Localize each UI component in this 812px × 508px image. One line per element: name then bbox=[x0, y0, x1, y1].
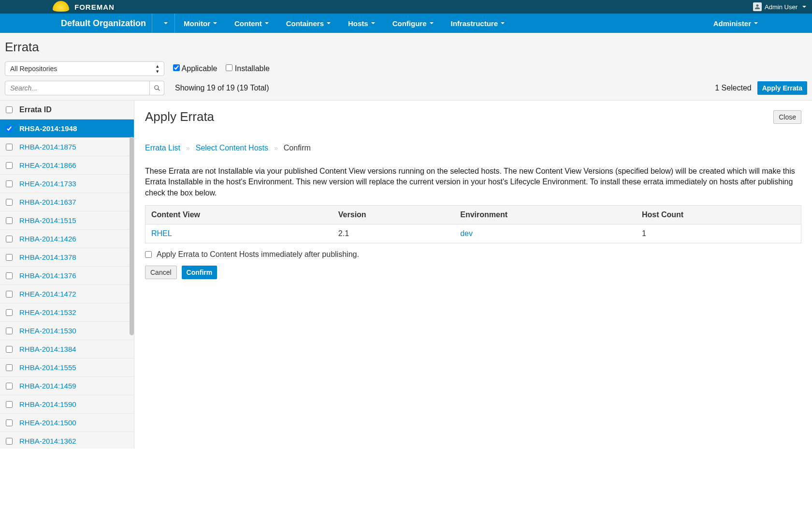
applicable-check[interactable]: Applicable bbox=[173, 64, 217, 73]
nav-infrastructure[interactable]: Infrastructure bbox=[442, 14, 514, 33]
brand-text: FOREMAN bbox=[74, 3, 115, 11]
errata-row-checkbox[interactable] bbox=[6, 125, 13, 132]
installable-check[interactable]: Installable bbox=[226, 64, 270, 73]
env-link[interactable]: dev bbox=[460, 229, 473, 238]
installable-checkbox[interactable] bbox=[226, 64, 232, 71]
errata-row-checkbox[interactable] bbox=[6, 309, 13, 316]
errata-row-checkbox[interactable] bbox=[6, 162, 13, 169]
errata-row[interactable]: RHBA-2014:1376 bbox=[0, 267, 134, 285]
errata-row[interactable]: RHEA-2014:1500 bbox=[0, 414, 134, 432]
errata-row[interactable]: RHEA-2014:1532 bbox=[0, 303, 134, 322]
nav-monitor[interactable]: Monitor bbox=[175, 14, 226, 33]
errata-row-checkbox[interactable] bbox=[6, 217, 13, 224]
select-all-checkbox[interactable] bbox=[6, 106, 13, 113]
svg-point-0 bbox=[154, 86, 158, 90]
apply-immediately-checkbox[interactable] bbox=[145, 251, 152, 258]
nav-hosts[interactable]: Hosts bbox=[339, 14, 384, 33]
errata-row-checkbox[interactable] bbox=[6, 328, 13, 334]
errata-row-checkbox[interactable] bbox=[6, 236, 13, 242]
errata-id-link[interactable]: RHBA-2014:1875 bbox=[19, 143, 76, 151]
breadcrumb-errata-list[interactable]: Errata List bbox=[145, 144, 180, 152]
main-navbar: Default Organization Monitor Content Con… bbox=[0, 14, 812, 33]
errata-id-link[interactable]: RHBA-2014:1384 bbox=[19, 345, 76, 353]
errata-row[interactable]: RHBA-2014:1515 bbox=[0, 211, 134, 230]
errata-row-checkbox[interactable] bbox=[6, 383, 13, 389]
errata-row[interactable]: RHEA-2014:1866 bbox=[0, 156, 134, 175]
errata-id-link[interactable]: RHBA-2014:1459 bbox=[19, 382, 76, 390]
nav-content[interactable]: Content bbox=[226, 14, 277, 33]
errata-row[interactable]: RHBA-2014:1459 bbox=[0, 377, 134, 395]
errata-id-link[interactable]: RHEA-2014:1733 bbox=[19, 179, 76, 188]
cv-link[interactable]: RHEL bbox=[151, 229, 172, 238]
errata-row-checkbox[interactable] bbox=[6, 254, 13, 261]
th-host-count: Host Count bbox=[636, 206, 801, 224]
errata-row[interactable]: RHBA-2014:1426 bbox=[0, 230, 134, 248]
errata-id-link[interactable]: RHBA-2014:1362 bbox=[19, 437, 76, 445]
repository-select-value: All Repositories bbox=[10, 65, 57, 73]
svg-line-1 bbox=[158, 89, 160, 91]
errata-row-checkbox[interactable] bbox=[6, 364, 13, 371]
description-text: These Errata are not Installable via you… bbox=[145, 166, 801, 198]
errata-id-link[interactable]: RHBA-2014:1590 bbox=[19, 400, 76, 408]
nav-administer[interactable]: Administer bbox=[705, 14, 767, 33]
errata-row[interactable]: RHBA-2014:1555 bbox=[0, 359, 134, 377]
errata-row[interactable]: RHBA-2014:1590 bbox=[0, 395, 134, 414]
chevron-right-icon: » bbox=[186, 144, 190, 152]
user-menu[interactable]: Admin User bbox=[753, 2, 806, 11]
errata-list-header: Errata ID bbox=[0, 101, 134, 120]
errata-row-checkbox[interactable] bbox=[6, 272, 13, 279]
breadcrumb-select-hosts[interactable]: Select Content Hosts bbox=[196, 144, 268, 152]
search-button[interactable] bbox=[150, 81, 164, 95]
errata-row[interactable]: RHBA-2014:1378 bbox=[0, 248, 134, 267]
errata-row-checkbox[interactable] bbox=[6, 419, 13, 426]
search-input[interactable] bbox=[5, 81, 150, 95]
errata-id-link[interactable]: RHSA-2014:1948 bbox=[19, 124, 77, 133]
org-context-dropdown[interactable] bbox=[154, 14, 175, 33]
errata-row[interactable]: RHBA-2014:1362 bbox=[0, 432, 134, 448]
apply-errata-button[interactable]: Apply Errata bbox=[757, 81, 807, 95]
errata-row[interactable]: RHSA-2014:1948 bbox=[0, 120, 134, 138]
errata-id-link[interactable]: RHEA-2014:1866 bbox=[19, 161, 76, 169]
apply-immediately-check[interactable]: Apply Errata to Content Hosts immediatel… bbox=[145, 250, 801, 259]
errata-row[interactable]: RHEA-2014:1733 bbox=[0, 175, 134, 193]
errata-id-link[interactable]: RHBA-2014:1637 bbox=[19, 198, 76, 206]
nav-containers[interactable]: Containers bbox=[277, 14, 339, 33]
errata-row-checkbox[interactable] bbox=[6, 401, 13, 408]
errata-row[interactable]: RHBA-2014:1384 bbox=[0, 340, 134, 359]
errata-row[interactable]: RHBA-2014:1637 bbox=[0, 193, 134, 211]
errata-id-link[interactable]: RHEA-2014:1472 bbox=[19, 290, 76, 298]
errata-id-link[interactable]: RHBA-2014:1378 bbox=[19, 253, 76, 261]
errata-id-link[interactable]: RHBA-2014:1376 bbox=[19, 271, 76, 280]
errata-row-checkbox[interactable] bbox=[6, 144, 13, 150]
caret-down-icon bbox=[265, 22, 269, 24]
errata-id-link[interactable]: RHEA-2014:1500 bbox=[19, 418, 76, 427]
errata-row-checkbox[interactable] bbox=[6, 180, 13, 187]
errata-row[interactable]: RHEA-2014:1472 bbox=[0, 285, 134, 303]
applicable-checkbox[interactable] bbox=[173, 64, 180, 71]
errata-row[interactable]: RHEA-2014:1530 bbox=[0, 322, 134, 340]
caret-down-icon bbox=[213, 22, 217, 24]
errata-id-link[interactable]: RHBA-2014:1426 bbox=[19, 235, 76, 243]
errata-id-link[interactable]: RHBA-2014:1555 bbox=[19, 363, 76, 372]
th-version: Version bbox=[333, 206, 454, 224]
errata-list[interactable]: RHSA-2014:1948RHBA-2014:1875RHEA-2014:18… bbox=[0, 120, 134, 448]
cancel-button[interactable]: Cancel bbox=[145, 266, 177, 279]
errata-row-checkbox[interactable] bbox=[6, 438, 13, 445]
errata-row-checkbox[interactable] bbox=[6, 291, 13, 298]
select-arrows-icon: ▴▾ bbox=[156, 63, 159, 74]
caret-down-icon bbox=[501, 22, 505, 24]
errata-id-link[interactable]: RHBA-2014:1515 bbox=[19, 216, 76, 224]
confirm-button[interactable]: Confirm bbox=[182, 266, 218, 279]
close-button[interactable]: Close bbox=[773, 110, 801, 124]
repository-select[interactable]: All Repositories ▴▾ bbox=[5, 61, 164, 76]
errata-id-link[interactable]: RHEA-2014:1532 bbox=[19, 308, 76, 316]
nav-configure[interactable]: Configure bbox=[384, 14, 442, 33]
errata-id-link[interactable]: RHEA-2014:1530 bbox=[19, 327, 76, 335]
host-count: 1 bbox=[636, 224, 801, 243]
errata-row-checkbox[interactable] bbox=[6, 199, 13, 206]
errata-row-checkbox[interactable] bbox=[6, 346, 13, 353]
org-context[interactable]: Default Organization bbox=[52, 14, 152, 33]
scrollbar[interactable] bbox=[130, 137, 134, 335]
errata-row[interactable]: RHBA-2014:1875 bbox=[0, 138, 134, 156]
avatar-icon bbox=[753, 2, 762, 11]
